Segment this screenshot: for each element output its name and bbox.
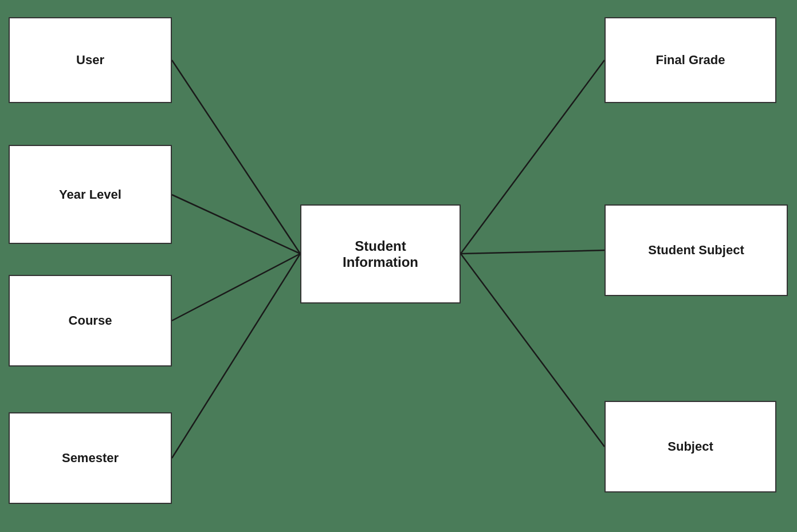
svg-line-6 (461, 254, 604, 447)
svg-line-2 (172, 254, 300, 321)
year-level-node: Year Level (9, 145, 172, 244)
student-information-label: StudentInformation (343, 238, 418, 270)
diagram-container: User Year Level Course Semester StudentI… (0, 0, 797, 532)
svg-line-4 (461, 60, 604, 254)
course-node: Course (9, 275, 172, 367)
course-label: Course (69, 313, 112, 328)
user-label: User (76, 53, 104, 68)
svg-line-0 (172, 60, 300, 254)
svg-line-1 (172, 195, 300, 254)
year-level-label: Year Level (59, 187, 121, 202)
student-subject-node: Student Subject (604, 204, 788, 296)
svg-line-5 (461, 250, 604, 254)
subject-label: Subject (668, 439, 713, 454)
user-node: User (9, 17, 172, 103)
student-subject-label: Student Subject (648, 243, 744, 258)
svg-line-3 (172, 254, 300, 458)
subject-node: Subject (604, 401, 776, 492)
final-grade-label: Final Grade (655, 53, 725, 68)
student-information-node: StudentInformation (300, 204, 461, 304)
semester-node: Semester (9, 412, 172, 504)
semester-label: Semester (62, 451, 119, 466)
final-grade-node: Final Grade (604, 17, 776, 103)
